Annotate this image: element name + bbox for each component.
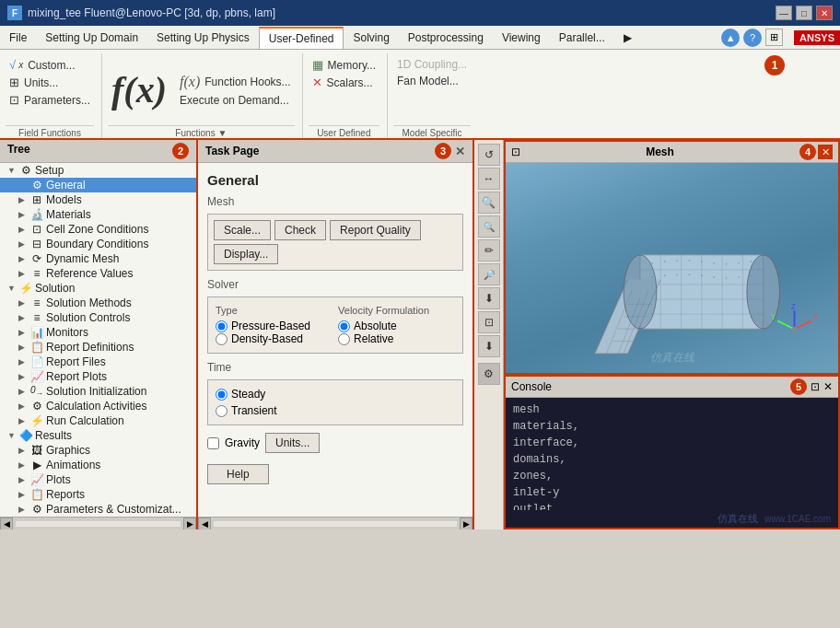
toolbar-select-btn[interactable]: ✏ — [478, 239, 500, 262]
pressure-based-input[interactable] — [216, 320, 228, 332]
maximize-button[interactable]: □ — [796, 6, 812, 20]
tree-scrollbar[interactable]: ◀ ▶ — [0, 517, 196, 529]
tree-item-boundary[interactable]: ▶ ⊟ Boundary Conditions — [0, 237, 196, 251]
check-btn[interactable]: Check — [274, 220, 326, 240]
menu-setup-physics[interactable]: Setting Up Physics — [147, 28, 259, 48]
transient-radio[interactable]: Transient — [216, 404, 455, 417]
scroll-right[interactable]: ▶ — [183, 518, 196, 530]
tree-item-models[interactable]: ▶ ⊞ Models — [0, 192, 196, 207]
ribbon-1d-coupling-btn[interactable]: 1D Coupling... — [393, 57, 471, 72]
tree-item-solution[interactable]: ▼ ⚡ Solution — [0, 281, 196, 296]
toolbar-rotate-btn[interactable]: ↺ — [478, 144, 500, 166]
task-header-label: Task Page — [205, 145, 259, 157]
toolbar-zoom-out-btn[interactable]: 🔍 — [478, 215, 500, 238]
ribbon-custom-btn[interactable]: √x Custom... — [6, 57, 94, 73]
relative-input[interactable] — [338, 333, 350, 345]
menu-viewing[interactable]: Viewing — [493, 28, 550, 48]
tree-item-report-plots[interactable]: ▶ 📈 Report Plots — [0, 369, 196, 384]
absolute-input[interactable] — [338, 320, 350, 332]
menu-setup-domain[interactable]: Setting Up Domain — [36, 28, 147, 48]
tree-item-reports[interactable]: ▶ 📋 Reports — [0, 487, 196, 502]
tree-item-report-files[interactable]: ▶ 📄 Report Files — [0, 355, 196, 369]
tree-item-cell-zone[interactable]: ▶ ⊡ Cell Zone Conditions — [0, 222, 196, 237]
materials-icon: 🔬 — [29, 208, 44, 221]
ribbon-memory-btn[interactable]: ▦ Memory... — [309, 57, 379, 73]
display-btn[interactable]: Display... — [214, 244, 278, 264]
tree-item-params[interactable]: ▶ ⚙ Parameters & Customizat... — [0, 502, 196, 517]
svg-point-35 — [726, 277, 728, 279]
tree-item-sol-init[interactable]: ▶ 0→ Solution Initialization — [0, 384, 196, 399]
menu-solving[interactable]: Solving — [344, 28, 398, 48]
scroll-left[interactable]: ◀ — [0, 518, 13, 530]
pressure-based-radio[interactable]: Pressure-Based — [216, 320, 310, 332]
console-close-btn[interactable]: ✕ — [823, 380, 833, 393]
density-based-radio[interactable]: Density-Based — [216, 332, 310, 345]
tree-item-graphics[interactable]: ▶ 🖼 Graphics — [0, 443, 196, 458]
toolbar-screenshot-btn[interactable]: ⊡ — [478, 311, 500, 333]
task-scrollbar[interactable]: ◀ ▶ — [198, 517, 472, 529]
task-scroll-track[interactable] — [213, 520, 458, 528]
tree-item-solution-methods[interactable]: ▶ ≡ Solution Methods — [0, 296, 196, 310]
gravity-checkbox[interactable] — [207, 437, 219, 449]
minimize-button[interactable]: — — [776, 6, 792, 20]
ribbon-parameters-btn[interactable]: ⊡ Parameters... — [6, 92, 94, 108]
toolbar-pan-btn[interactable]: ↔ — [478, 168, 500, 190]
ribbon-fan-model-btn[interactable]: Fan Model... — [393, 74, 471, 88]
tree-item-general[interactable]: ⚙ General — [0, 178, 196, 192]
tree-item-report-defs[interactable]: ▶ 📋 Report Definitions — [0, 340, 196, 355]
close-button[interactable]: ✕ — [816, 6, 833, 20]
menu-file[interactable]: File — [0, 28, 36, 48]
mesh-close-btn[interactable]: ✕ — [818, 145, 833, 159]
tree-item-results[interactable]: ▼ 🔷 Results — [0, 428, 196, 443]
console-minimize-btn[interactable]: ⊡ — [811, 380, 820, 393]
tree-arrow-graphics: ▶ — [18, 446, 28, 455]
tree-arrow-report-files: ▶ — [18, 357, 28, 366]
transient-input[interactable] — [216, 405, 228, 417]
help-btn[interactable]: Help — [207, 464, 269, 484]
tree-item-materials[interactable]: ▶ 🔬 Materials — [0, 207, 196, 222]
ribbon-units-btn[interactable]: ⊞ Units... — [6, 75, 94, 90]
absolute-radio[interactable]: Absolute — [338, 320, 429, 332]
scroll-track[interactable] — [15, 520, 181, 528]
units-btn[interactable]: Units... — [265, 433, 320, 453]
tree-item-monitors[interactable]: ▶ 📊 Monitors — [0, 325, 196, 340]
ribbon-scalars-btn[interactable]: ✕ Scalars... — [309, 75, 379, 90]
toolbar-down2-btn[interactable]: ⬇ — [478, 335, 500, 357]
task-scroll-right[interactable]: ▶ — [460, 518, 472, 530]
tree-item-reference[interactable]: ▶ ≡ Reference Values — [0, 266, 196, 281]
menu-more[interactable]: ▶ — [614, 28, 641, 48]
tree-badge: 2 — [172, 143, 189, 159]
tree-item-run-calc[interactable]: ▶ ⚡ Run Calculation — [0, 413, 196, 428]
tree-item-animations[interactable]: ▶ ▶ Animations — [0, 458, 196, 472]
toolbar-settings-btn[interactable]: ⚙ — [478, 363, 500, 385]
tree-item-calc-activities[interactable]: ▶ ⚙ Calculation Activities — [0, 399, 196, 413]
tree-item-dynamic-mesh[interactable]: ▶ ⟳ Dynamic Mesh — [0, 251, 196, 266]
toolbar-probe-btn[interactable]: 🔎 — [478, 263, 500, 285]
menu-postprocessing[interactable]: Postprocessing — [399, 28, 493, 48]
steady-radio[interactable]: Steady — [216, 388, 455, 401]
report-quality-btn[interactable]: Report Quality — [330, 220, 421, 240]
task-scroll-left[interactable]: ◀ — [198, 518, 211, 530]
tree-item-solution-controls[interactable]: ▶ ≡ Solution Controls — [0, 310, 196, 325]
tree-item-plots[interactable]: ▶ 📈 Plots — [0, 472, 196, 487]
ribbon-fx-big-btn[interactable]: f(x) — [108, 70, 170, 110]
type-label: Type — [216, 305, 310, 316]
mesh-restore-btn[interactable]: ⊡ — [511, 145, 520, 158]
scale-btn[interactable]: Scale... — [214, 220, 271, 240]
ribbon-execute-btn[interactable]: Execute on Demand... — [176, 93, 295, 108]
sol-init-icon: 0→ — [29, 385, 44, 398]
menu-parallel[interactable]: Parallel... — [550, 28, 614, 48]
tree-arrow-results: ▼ — [7, 431, 17, 440]
toolbar-zoom-in-btn[interactable]: 🔍 — [478, 192, 500, 214]
nav-back[interactable]: ▲ — [721, 29, 740, 47]
menu-user-defined[interactable]: User-Defined — [259, 27, 344, 49]
density-based-input[interactable] — [216, 333, 228, 345]
layout-btn[interactable]: ⊞ — [765, 29, 783, 46]
tree-item-setup[interactable]: ▼ ⚙ Setup — [0, 163, 196, 178]
steady-input[interactable] — [216, 389, 228, 401]
ribbon-function-hooks-btn[interactable]: f(x) Function Hooks... — [176, 73, 295, 91]
nav-help[interactable]: ? — [743, 29, 762, 47]
relative-radio[interactable]: Relative — [338, 332, 429, 345]
toolbar-down1-btn[interactable]: ⬇ — [478, 287, 500, 309]
task-close-btn[interactable]: ✕ — [455, 145, 465, 158]
